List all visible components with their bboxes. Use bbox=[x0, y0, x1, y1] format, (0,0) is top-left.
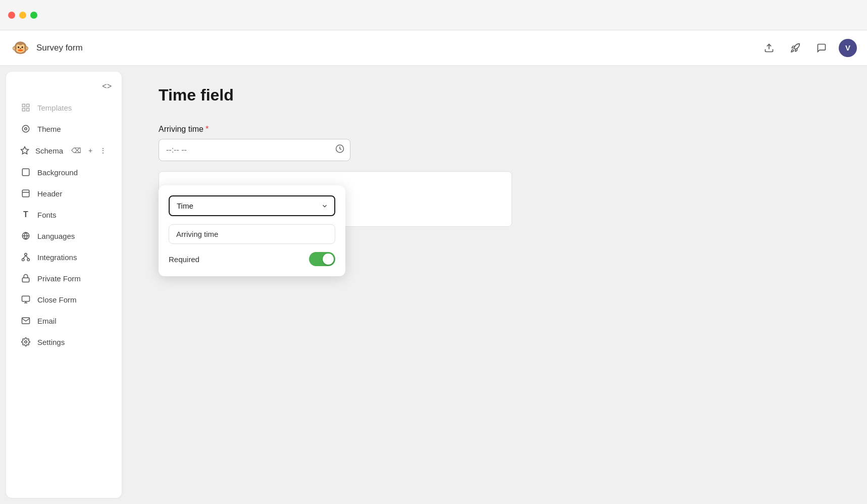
main-layout: <> Templates Theme bbox=[0, 66, 867, 504]
sidebar-item-header[interactable]: Header bbox=[10, 183, 118, 204]
sidebar-item-settings[interactable]: Settings bbox=[10, 332, 118, 352]
theme-label: Theme bbox=[37, 125, 61, 133]
svg-rect-3 bbox=[27, 109, 29, 111]
comment-button[interactable] bbox=[812, 39, 831, 57]
sidebar-item-integrations[interactable]: Integrations bbox=[10, 247, 118, 267]
private-form-icon bbox=[20, 274, 31, 283]
upload-button[interactable] bbox=[760, 39, 778, 57]
svg-rect-9 bbox=[22, 190, 29, 197]
schema-label: Schema bbox=[35, 146, 63, 155]
rocket-button[interactable] bbox=[786, 39, 804, 57]
app-header: 🐵 Survey form V bbox=[0, 30, 867, 66]
app-header-right: V bbox=[760, 39, 857, 57]
upload-icon bbox=[764, 43, 774, 53]
time-input-wrapper bbox=[159, 139, 350, 161]
private-form-label: Private Form bbox=[37, 274, 81, 283]
sidebar-item-email[interactable]: Email bbox=[10, 311, 118, 331]
app-header-left: 🐵 Survey form bbox=[10, 38, 83, 58]
sidebar: <> Templates Theme bbox=[6, 72, 122, 498]
maximize-button[interactable] bbox=[30, 12, 37, 19]
app-title: Survey form bbox=[36, 43, 83, 53]
header-label: Header bbox=[37, 189, 62, 198]
fonts-label: Fonts bbox=[37, 211, 57, 219]
required-toggle[interactable] bbox=[309, 252, 335, 266]
svg-rect-2 bbox=[27, 104, 29, 107]
sidebar-item-theme[interactable]: Theme bbox=[10, 119, 118, 139]
settings-icon bbox=[20, 337, 31, 346]
svg-rect-18 bbox=[22, 278, 29, 282]
required-row: Required bbox=[169, 252, 335, 266]
toggle-track bbox=[309, 252, 335, 266]
page-title: Time field bbox=[159, 86, 837, 105]
toggle-thumb bbox=[323, 254, 334, 265]
field-type-select[interactable]: Time Date DateTime bbox=[169, 195, 335, 216]
svg-rect-19 bbox=[22, 296, 30, 301]
header-icon bbox=[20, 189, 31, 198]
svg-rect-1 bbox=[22, 104, 25, 107]
required-star: * bbox=[206, 125, 209, 134]
field-label: Arriving time * bbox=[159, 125, 593, 134]
svg-point-5 bbox=[22, 125, 29, 132]
svg-point-22 bbox=[25, 341, 27, 343]
integrations-icon bbox=[20, 253, 31, 262]
code-toggle-button[interactable]: <> bbox=[98, 80, 116, 93]
svg-point-6 bbox=[25, 128, 27, 130]
sidebar-item-close-form[interactable]: Close Form bbox=[10, 289, 118, 310]
sidebar-item-fonts[interactable]: T Fonts bbox=[10, 205, 118, 225]
languages-label: Languages bbox=[37, 232, 75, 240]
sidebar-item-private-form[interactable]: Private Form bbox=[10, 268, 118, 288]
required-label: Required bbox=[169, 255, 199, 264]
svg-point-15 bbox=[27, 259, 30, 261]
traffic-lights bbox=[8, 12, 37, 19]
sidebar-item-background[interactable]: Background bbox=[10, 162, 118, 182]
email-label: Email bbox=[37, 317, 57, 325]
svg-line-17 bbox=[26, 256, 28, 259]
svg-point-14 bbox=[22, 259, 25, 261]
schema-controls: ⌫ + ⋮ bbox=[69, 145, 109, 156]
field-popup: Time Date DateTime Required bbox=[159, 185, 345, 276]
svg-marker-7 bbox=[21, 147, 29, 154]
theme-icon bbox=[20, 124, 31, 133]
field-name-input[interactable] bbox=[169, 224, 335, 244]
app-logo: 🐵 bbox=[10, 38, 30, 58]
rocket-icon bbox=[790, 43, 800, 53]
close-form-label: Close Form bbox=[37, 295, 77, 304]
close-button[interactable] bbox=[8, 12, 15, 19]
comment-icon bbox=[817, 43, 827, 53]
svg-rect-4 bbox=[22, 109, 25, 111]
templates-icon bbox=[20, 103, 31, 112]
content-area: Time field Arriving time * Tim bbox=[128, 66, 867, 504]
settings-label: Settings bbox=[37, 338, 65, 346]
sidebar-item-templates[interactable]: Templates bbox=[10, 97, 118, 118]
titlebar bbox=[0, 0, 867, 30]
schema-add-button[interactable]: + bbox=[86, 145, 94, 156]
schema-icon bbox=[20, 146, 29, 155]
svg-rect-8 bbox=[22, 169, 29, 176]
svg-line-16 bbox=[23, 256, 26, 259]
arriving-time-label: Arriving time bbox=[159, 125, 203, 134]
time-input[interactable] bbox=[159, 139, 350, 161]
languages-icon bbox=[20, 231, 31, 240]
minimize-button[interactable] bbox=[19, 12, 26, 19]
avatar-button[interactable]: V bbox=[839, 39, 857, 57]
sidebar-item-schema[interactable]: Schema ⌫ + ⋮ bbox=[10, 140, 118, 161]
integrations-label: Integrations bbox=[37, 253, 77, 262]
schema-delete-button[interactable]: ⌫ bbox=[69, 145, 83, 156]
fonts-icon: T bbox=[20, 210, 31, 219]
email-icon bbox=[20, 316, 31, 325]
form-container: Arriving time * Time Date DateTime bbox=[159, 125, 593, 268]
svg-point-13 bbox=[25, 254, 27, 256]
sidebar-item-languages[interactable]: Languages bbox=[10, 226, 118, 246]
close-form-icon bbox=[20, 295, 31, 304]
sidebar-top: <> bbox=[6, 78, 122, 97]
background-icon bbox=[20, 168, 31, 177]
background-label: Background bbox=[37, 168, 78, 177]
schema-more-button[interactable]: ⋮ bbox=[97, 145, 109, 156]
templates-label: Templates bbox=[37, 104, 72, 112]
